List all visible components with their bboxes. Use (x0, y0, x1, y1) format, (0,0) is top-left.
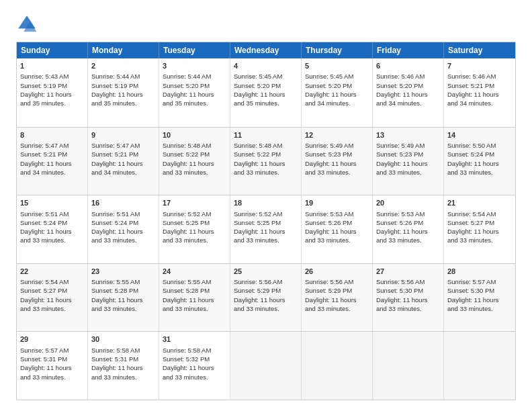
day-info-line: Sunset: 5:26 PM (305, 218, 369, 227)
day-info-line: and 33 minutes. (20, 304, 84, 313)
day-cell-16: 16Sunrise: 5:51 AMSunset: 5:24 PMDayligh… (88, 195, 159, 263)
day-info-line: and 34 minutes. (20, 168, 84, 177)
header-day-thursday: Thursday (302, 42, 373, 58)
day-info-line: and 35 minutes. (20, 99, 84, 107)
day-info-line: Sunset: 5:21 PM (447, 81, 512, 90)
day-info-line: and 34 minutes. (305, 99, 369, 107)
day-info-line: Sunrise: 5:56 AM (376, 277, 440, 286)
day-info-line: Daylight: 11 hours (234, 90, 298, 99)
day-number: 26 (305, 267, 369, 277)
day-cell-8: 8Sunrise: 5:47 AMSunset: 5:21 PMDaylight… (17, 128, 88, 195)
day-info-line: Sunset: 5:30 PM (376, 286, 440, 295)
day-number: 21 (447, 198, 512, 208)
day-info-line: Sunrise: 5:45 AM (305, 72, 369, 81)
day-number: 18 (234, 198, 298, 208)
day-info-line: and 33 minutes. (305, 236, 369, 244)
day-info-line: and 33 minutes. (376, 304, 440, 313)
day-info-line: and 33 minutes. (305, 304, 369, 313)
day-cell-3: 3Sunrise: 5:44 AMSunset: 5:20 PMDaylight… (159, 58, 230, 127)
day-info-line: and 33 minutes. (163, 236, 226, 244)
day-info-line: and 33 minutes. (163, 373, 226, 381)
empty-cell (444, 332, 515, 400)
day-info-line: Sunset: 5:30 PM (447, 286, 512, 295)
calendar-row: 29Sunrise: 5:57 AMSunset: 5:31 PMDayligh… (17, 331, 515, 400)
day-info-line: Sunrise: 5:56 AM (234, 277, 298, 286)
day-info-line: Sunrise: 5:45 AM (234, 72, 298, 81)
day-number: 17 (163, 198, 226, 208)
day-info-line: Daylight: 11 hours (91, 90, 155, 99)
day-info-line: Daylight: 11 hours (305, 227, 369, 236)
day-cell-24: 24Sunrise: 5:55 AMSunset: 5:28 PMDayligh… (159, 264, 230, 332)
day-number: 12 (305, 130, 369, 140)
day-cell-13: 13Sunrise: 5:49 AMSunset: 5:23 PMDayligh… (373, 128, 444, 195)
day-info-line: Sunrise: 5:44 AM (163, 72, 226, 81)
calendar-header: SundayMondayTuesdayWednesdayThursdayFrid… (17, 42, 515, 58)
day-number: 25 (234, 267, 298, 277)
day-info-line: Sunset: 5:28 PM (163, 286, 226, 295)
day-cell-27: 27Sunrise: 5:56 AMSunset: 5:30 PMDayligh… (373, 264, 444, 332)
day-info-line: and 33 minutes. (234, 236, 298, 244)
day-info-line: and 33 minutes. (305, 168, 369, 177)
day-cell-26: 26Sunrise: 5:56 AMSunset: 5:29 PMDayligh… (302, 264, 373, 332)
day-number: 19 (305, 198, 369, 208)
logo (16, 13, 40, 35)
day-cell-11: 11Sunrise: 5:48 AMSunset: 5:22 PMDayligh… (230, 128, 302, 195)
calendar: SundayMondayTuesdayWednesdayThursdayFrid… (16, 42, 516, 400)
day-info-line: Daylight: 11 hours (447, 159, 512, 168)
day-info-line: Sunrise: 5:52 AM (163, 210, 226, 218)
day-info-line: Sunrise: 5:58 AM (163, 346, 226, 355)
day-info-line: Daylight: 11 hours (234, 227, 298, 236)
day-cell-19: 19Sunrise: 5:53 AMSunset: 5:26 PMDayligh… (302, 195, 373, 263)
empty-cell (302, 332, 373, 400)
day-number: 11 (234, 130, 298, 140)
day-number: 22 (20, 267, 84, 277)
day-info-line: Daylight: 11 hours (163, 159, 226, 168)
day-cell-10: 10Sunrise: 5:48 AMSunset: 5:22 PMDayligh… (159, 128, 230, 195)
day-number: 28 (447, 267, 512, 277)
day-info-line: Daylight: 11 hours (20, 90, 84, 99)
day-info-line: Sunrise: 5:49 AM (376, 141, 440, 150)
day-number: 1 (20, 61, 84, 71)
day-info-line: and 34 minutes. (91, 168, 155, 177)
empty-cell (373, 332, 444, 400)
day-info-line: Daylight: 11 hours (447, 90, 512, 99)
day-info-line: Sunset: 5:21 PM (91, 150, 155, 158)
day-info-line: Sunset: 5:32 PM (163, 355, 226, 363)
day-info-line: Sunrise: 5:58 AM (91, 346, 155, 355)
day-cell-29: 29Sunrise: 5:57 AMSunset: 5:31 PMDayligh… (17, 332, 88, 400)
day-cell-31: 31Sunrise: 5:58 AMSunset: 5:32 PMDayligh… (159, 332, 230, 400)
day-number: 7 (447, 61, 512, 71)
day-number: 15 (20, 198, 84, 208)
day-info-line: Daylight: 11 hours (91, 295, 155, 304)
day-cell-23: 23Sunrise: 5:55 AMSunset: 5:28 PMDayligh… (88, 264, 159, 332)
logo-icon (16, 13, 38, 35)
day-info-line: Sunset: 5:23 PM (305, 150, 369, 158)
day-info-line: Daylight: 11 hours (20, 363, 84, 372)
day-info-line: and 33 minutes. (20, 373, 84, 381)
header-day-sunday: Sunday (17, 42, 88, 58)
day-info-line: Sunset: 5:19 PM (91, 81, 155, 90)
day-info-line: Sunrise: 5:55 AM (163, 277, 226, 286)
day-number: 23 (91, 267, 155, 277)
day-info-line: and 35 minutes. (234, 99, 298, 107)
day-cell-21: 21Sunrise: 5:54 AMSunset: 5:27 PMDayligh… (444, 195, 515, 263)
day-info-line: Sunset: 5:25 PM (163, 218, 226, 227)
day-cell-30: 30Sunrise: 5:58 AMSunset: 5:31 PMDayligh… (88, 332, 159, 400)
day-cell-17: 17Sunrise: 5:52 AMSunset: 5:25 PMDayligh… (159, 195, 230, 263)
day-info-line: Sunrise: 5:53 AM (376, 210, 440, 218)
day-info-line: Sunrise: 5:48 AM (234, 141, 298, 150)
day-info-line: and 33 minutes. (234, 304, 298, 313)
header-day-saturday: Saturday (444, 42, 515, 58)
day-info-line: Sunrise: 5:57 AM (20, 346, 84, 355)
day-info-line: Sunrise: 5:51 AM (91, 210, 155, 218)
day-info-line: Daylight: 11 hours (305, 90, 369, 99)
day-cell-18: 18Sunrise: 5:52 AMSunset: 5:25 PMDayligh… (230, 195, 302, 263)
header-day-monday: Monday (88, 42, 159, 58)
day-info-line: and 33 minutes. (447, 236, 512, 244)
header-day-friday: Friday (373, 42, 444, 58)
day-number: 16 (91, 198, 155, 208)
empty-cell (230, 332, 302, 400)
day-number: 29 (20, 334, 84, 345)
day-number: 8 (20, 130, 84, 140)
day-number: 20 (376, 198, 440, 208)
